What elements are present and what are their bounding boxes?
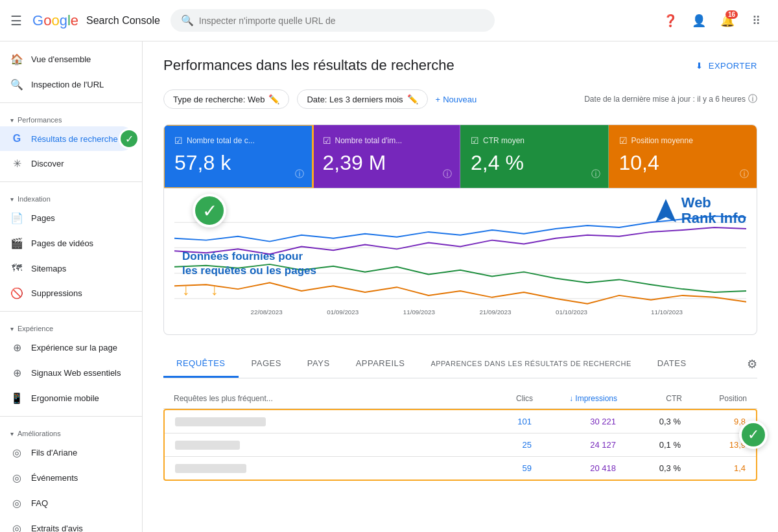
svg-text:11/09/2023: 11/09/2023 xyxy=(403,308,436,316)
date-filter[interactable]: Date: Les 3 derniers mois ✏️ xyxy=(297,89,427,109)
sidebar-item-label: Pages de vidéos xyxy=(31,238,93,248)
metric-label-position: Position moyenne xyxy=(631,136,693,145)
metric-card-impressions[interactable]: ☑ Nombre total d'im... 2,39 M ⓘ xyxy=(312,125,461,188)
sidebar-item-faq[interactable]: ◎ FAQ xyxy=(0,491,134,516)
metric-card-ctr[interactable]: ☑ CTR moyen 2,4 % ⓘ xyxy=(460,125,609,188)
sidebar-item-breadcrumbs[interactable]: ◎ Fils d'Ariane xyxy=(0,440,134,465)
row-impressions-1: 30 221 xyxy=(532,417,616,426)
sidebar-item-pages[interactable]: 📄 Pages xyxy=(0,205,134,231)
metric-card-clicks[interactable]: ☑ Nombre total de c... 57,8 k ⓘ xyxy=(164,125,312,188)
metric-card-position[interactable]: ☑ Position moyenne 10,4 ⓘ xyxy=(609,125,757,188)
metric-help-ctr[interactable]: ⓘ xyxy=(591,168,600,180)
sidebar-item-label: Expérience sur la page xyxy=(31,343,117,353)
new-filter-button[interactable]: + Nouveau xyxy=(436,95,477,104)
table-row[interactable]: 59 20 418 0,3 % 1,4 xyxy=(165,457,756,480)
tab-pages[interactable]: PAGES xyxy=(239,351,294,378)
svg-marker-10 xyxy=(655,199,676,222)
table-row[interactable]: 25 24 127 0,1 % 13,9 xyxy=(165,434,756,457)
notification-icon[interactable]: 🔔 16 xyxy=(716,9,739,32)
sidebar-item-search-results[interactable]: G Résultats de recherche ✓ xyxy=(0,126,134,151)
section-label: Expérience xyxy=(18,325,53,332)
col-header-query: Requêtes les plus fréquent... xyxy=(174,394,455,403)
sidebar-divider-2 xyxy=(0,181,142,182)
sidebar-item-label: Signaux Web essentiels xyxy=(31,368,121,378)
metric-value-position: 10,4 xyxy=(619,151,747,175)
plus-icon: + xyxy=(436,95,441,104)
watermark-web: Web xyxy=(681,195,746,211)
sidebar-item-web-vitals[interactable]: ⊕ Signaux Web essentiels xyxy=(0,360,134,386)
col-header-clicks: Clics xyxy=(455,394,533,403)
apps-icon[interactable]: ⠿ xyxy=(744,9,768,32)
row-clicks-1: 101 xyxy=(454,417,532,426)
topbar-actions: ❓ 👤 🔔 16 ⠿ xyxy=(659,9,768,32)
query-placeholder-2 xyxy=(175,441,240,450)
row-ctr-3: 0,3 % xyxy=(616,463,681,473)
manage-property-icon[interactable]: 👤 xyxy=(687,9,711,32)
tab-dates[interactable]: DATES xyxy=(644,351,700,378)
search-input[interactable] xyxy=(199,16,484,26)
search-type-filter[interactable]: Type de recherche: Web ✏️ xyxy=(163,89,289,109)
sidebar-item-page-experience[interactable]: ⊕ Expérience sur la page xyxy=(0,335,134,360)
chart-check-badge: ✓ xyxy=(193,194,226,227)
sidebar-item-overview[interactable]: 🏠 Vue d'ensemble xyxy=(0,47,134,72)
sidebar-item-events[interactable]: ◎ Événements xyxy=(0,465,134,491)
active-check-badge: ✓ xyxy=(119,128,139,149)
metric-value-clicks: 57,8 k xyxy=(174,151,301,175)
mobile-icon: 📱 xyxy=(10,392,23,404)
col-header-position: Position xyxy=(682,394,747,403)
metric-cards: ☑ Nombre total de c... 57,8 k ⓘ ☑ Nombre… xyxy=(163,124,757,189)
sidebar-item-label: Ergonomie mobile xyxy=(31,393,99,403)
logo[interactable]: Google Search Console xyxy=(32,12,160,29)
sidebar-item-video-pages[interactable]: 🎬 Pages de vidéos xyxy=(0,231,134,256)
edit-icon: ✏️ xyxy=(268,94,279,104)
table-row[interactable]: 101 30 221 0,3 % 9,8 xyxy=(165,410,756,434)
events-icon: ◎ xyxy=(10,472,23,484)
sidebar-item-inspection[interactable]: 🔍 Inspection de l'URL xyxy=(0,72,134,97)
sidebar-divider-4 xyxy=(0,416,142,417)
sidebar-item-mobile[interactable]: 📱 Ergonomie mobile xyxy=(0,386,134,411)
date-label: Date: Les 3 derniers mois xyxy=(307,95,403,104)
sidebar-item-reviews[interactable]: ◎ Extraits d'avis xyxy=(0,516,134,532)
metric-help-clicks[interactable]: ⓘ xyxy=(295,168,304,180)
menu-icon[interactable]: ☰ xyxy=(10,13,22,29)
svg-text:22/08/2023: 22/08/2023 xyxy=(251,308,283,316)
filters-bar: Type de recherche: Web ✏️ Date: Les 3 de… xyxy=(163,89,757,109)
metric-help-impressions[interactable]: ⓘ xyxy=(443,168,452,180)
metric-help-position[interactable]: ⓘ xyxy=(740,168,749,180)
sidebar-item-suppressions[interactable]: 🚫 Suppressions xyxy=(0,281,134,306)
sidebar-item-label: Suppressions xyxy=(31,288,82,298)
last-update-text: Date de la dernière mise à jour : il y a… xyxy=(584,95,746,104)
section-label: Améliorations xyxy=(18,430,61,437)
tab-countries[interactable]: PAYS xyxy=(294,351,343,378)
search-bar[interactable]: 🔍 xyxy=(171,9,495,32)
table-check-badge: ✓ xyxy=(739,421,768,449)
col-header-ctr: CTR xyxy=(617,394,682,403)
tab-queries[interactable]: REQUÊTES xyxy=(163,351,239,378)
row-query-2 xyxy=(175,441,454,450)
col-header-impressions[interactable]: ↓ Impressions xyxy=(533,394,617,403)
metric-label-clicks: Nombre total de c... xyxy=(187,136,255,145)
sidebar-item-discover[interactable]: ✳ Discover xyxy=(0,151,134,176)
watermark: Web Rank Info xyxy=(653,195,746,226)
sidebar-divider-3 xyxy=(0,311,142,312)
sidebar-item-sitemaps[interactable]: 🗺 Sitemaps xyxy=(0,256,134,281)
metric-label-impressions: Nombre total d'im... xyxy=(335,136,403,145)
search-type-label: Type de recherche: Web xyxy=(173,95,265,104)
chevron-icon: ▾ xyxy=(10,325,14,332)
tab-search-appearances[interactable]: APPARENCES DANS LES RÉSULTATS DE RECHERC… xyxy=(418,352,644,377)
help-icon[interactable]: ❓ xyxy=(659,9,682,32)
section-label: Indexation xyxy=(18,195,51,203)
breadcrumb-icon: ◎ xyxy=(10,446,23,459)
export-button[interactable]: ⬇ EXPORTER xyxy=(696,61,757,71)
section-indexation: ▾ Indexation xyxy=(0,187,142,205)
filter-icon[interactable]: ⚙ xyxy=(747,357,757,371)
checkbox-clicks: ☑ xyxy=(174,135,183,146)
table-wrapper: ✓ Requêtes les plus fréquent... Clics ↓ … xyxy=(163,389,757,481)
tab-devices[interactable]: APPAREILS xyxy=(343,351,418,378)
exp-icon: ⊕ xyxy=(10,341,23,354)
sidebar-item-label: Pages xyxy=(31,213,55,223)
arrow-down-pages: ↓ xyxy=(211,281,218,299)
row-impressions-2: 24 127 xyxy=(532,440,616,450)
help-circle-icon[interactable]: ⓘ xyxy=(748,93,757,105)
home-icon: 🏠 xyxy=(10,53,23,65)
